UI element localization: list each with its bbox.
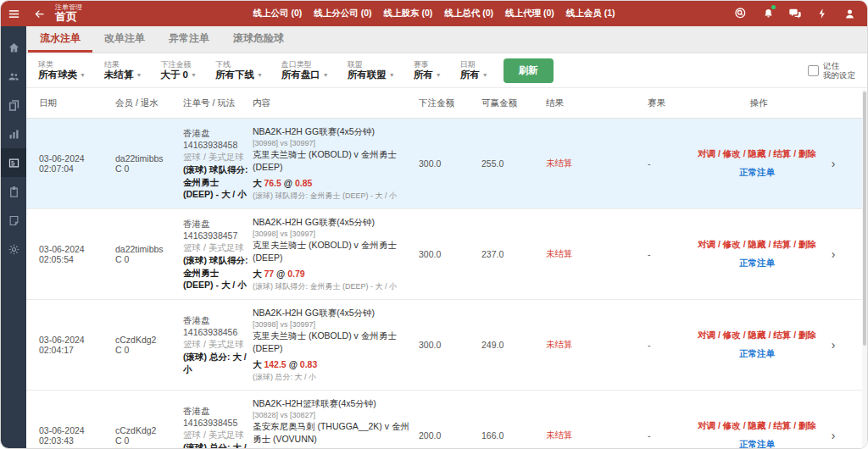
action-link[interactable]: 隐藏 bbox=[748, 330, 766, 340]
filter-dropdown[interactable]: 球类 所有球类▼ bbox=[38, 60, 86, 80]
row-expand-chevron[interactable]: › bbox=[826, 331, 844, 358]
filter-label: 赛事 bbox=[414, 60, 442, 69]
tab-label: 滚球危险球 bbox=[233, 31, 284, 46]
cell-actions: 对调 / 修改 / 隐藏 / 结算 / 删除 正常注单 bbox=[692, 141, 826, 186]
sidebar-nav bbox=[1, 26, 26, 448]
tab-label: 异常注单 bbox=[169, 31, 209, 46]
column-header: 可赢金额 bbox=[481, 97, 546, 109]
table-row[interactable]: 03-06-202402:07:04 da22timibbsC 0 香港盘 14… bbox=[26, 119, 862, 209]
column-header: 操作 bbox=[692, 97, 826, 109]
chevron-down-icon: ▼ bbox=[191, 72, 197, 78]
action-link[interactable]: 修改 bbox=[723, 148, 741, 158]
scrollbar-thumb[interactable] bbox=[863, 91, 866, 346]
cell-content: NBA2K-H2H篮球联赛(4x5分钟) [30828] vs [30827] … bbox=[253, 391, 419, 448]
entity-nav-link[interactable]: 线上总代 (0) bbox=[444, 8, 493, 19]
users-icon[interactable] bbox=[1, 62, 26, 91]
action-separator: / bbox=[741, 148, 748, 158]
cell-date: 03-06-202402:07:04 bbox=[39, 147, 115, 180]
normal-bet-link[interactable]: 正常注单 bbox=[692, 167, 822, 179]
action-link[interactable]: 隐藏 bbox=[748, 239, 766, 249]
back-icon[interactable] bbox=[26, 1, 52, 26]
row-expand-chevron[interactable]: › bbox=[826, 241, 844, 268]
search-icon[interactable] bbox=[730, 1, 752, 26]
filter-label: 下注金额 bbox=[160, 60, 197, 69]
action-link[interactable]: 修改 bbox=[723, 420, 741, 430]
orders-icon[interactable] bbox=[1, 148, 26, 177]
column-header: 日期 bbox=[39, 97, 115, 109]
account-icon[interactable] bbox=[838, 1, 860, 26]
row-expand-chevron[interactable]: › bbox=[826, 150, 844, 177]
filter-dropdown[interactable]: 联盟 所有联盟▼ bbox=[348, 60, 395, 80]
action-separator: / bbox=[791, 148, 798, 158]
cell-score: - bbox=[648, 152, 692, 175]
tab-item[interactable]: 改单注单 bbox=[92, 26, 157, 53]
table-row[interactable]: 03-06-202402:04:17 cCzdKdg2C 0 香港盘 14163… bbox=[26, 300, 862, 391]
cell-date: 03-06-202402:04:17 bbox=[39, 328, 115, 362]
normal-bet-link[interactable]: 正常注单 bbox=[692, 439, 822, 448]
action-link[interactable]: 删除 bbox=[798, 148, 816, 158]
action-link[interactable]: 修改 bbox=[723, 330, 741, 340]
normal-bet-link[interactable]: 正常注单 bbox=[692, 258, 822, 269]
cell-bet-amount: 300.0 bbox=[419, 333, 481, 357]
filter-value: 所有 bbox=[460, 69, 480, 80]
action-link[interactable]: 结算 bbox=[773, 239, 791, 249]
action-link[interactable]: 对调 bbox=[698, 148, 715, 158]
flash-icon[interactable] bbox=[811, 1, 833, 26]
action-link[interactable]: 隐藏 bbox=[748, 420, 766, 430]
action-link[interactable]: 对调 bbox=[698, 239, 715, 249]
menu-icon[interactable] bbox=[1, 1, 26, 26]
notifications-icon[interactable] bbox=[757, 1, 779, 26]
action-link[interactable]: 删除 bbox=[798, 239, 816, 249]
stats-icon[interactable] bbox=[1, 119, 26, 148]
action-separator: / bbox=[766, 330, 774, 340]
filter-dropdown[interactable]: 盘口类型 所有盘口▼ bbox=[281, 60, 329, 80]
filter-dropdown[interactable]: 赛事 所有▼ bbox=[414, 60, 442, 80]
action-separator: / bbox=[715, 148, 723, 158]
app-window: 线上公司 (0)线上分公司 (0)线上股东 (0)线上总代 (0)线上代理 (0… bbox=[0, 0, 868, 449]
action-link[interactable]: 修改 bbox=[723, 239, 741, 249]
action-link[interactable]: 删除 bbox=[798, 420, 816, 430]
action-link[interactable]: 删除 bbox=[798, 330, 816, 340]
filter-dropdown[interactable]: 下线 所有下线▼ bbox=[215, 60, 263, 80]
action-link[interactable]: 结算 bbox=[773, 330, 791, 340]
entity-nav-link[interactable]: 线上代理 (0) bbox=[505, 8, 554, 19]
action-link[interactable]: 结算 bbox=[773, 420, 791, 430]
cell-result: 未结算 bbox=[546, 241, 648, 267]
cell-bet-amount: 200.0 bbox=[419, 424, 481, 447]
row-expand-chevron[interactable]: › bbox=[826, 422, 844, 448]
tab-item[interactable]: 流水注单 bbox=[28, 26, 92, 53]
normal-bet-link[interactable]: 正常注单 bbox=[692, 348, 822, 360]
bet-line: 大 77 @ 0.79 bbox=[253, 268, 415, 280]
filter-dropdown[interactable]: 结果 未结算▼ bbox=[104, 60, 142, 80]
remember-checkbox[interactable] bbox=[808, 65, 819, 76]
pages-icon[interactable] bbox=[1, 91, 26, 119]
action-link[interactable]: 隐藏 bbox=[748, 148, 766, 158]
cell-possible-win: 166.0 bbox=[481, 424, 546, 447]
filter-value: 未结算 bbox=[104, 69, 134, 80]
table-row[interactable]: 03-06-202402:05:54 da22timibbsC 0 香港盘 14… bbox=[26, 209, 862, 300]
cell-result: 未结算 bbox=[546, 151, 648, 176]
table-row[interactable]: 03-06-202402:03:43 cCzdKdg2C 0 香港盘 14163… bbox=[26, 391, 862, 448]
filter-dropdown[interactable]: 下注金额 大于 0▼ bbox=[160, 60, 197, 80]
breadcrumb: 注单管理 bbox=[55, 4, 82, 11]
entity-nav-link[interactable]: 线上分公司 (0) bbox=[314, 8, 371, 19]
home-icon[interactable] bbox=[1, 33, 26, 62]
tab-item[interactable]: 滚球危险球 bbox=[221, 26, 296, 53]
settings-icon[interactable] bbox=[1, 235, 26, 263]
action-link[interactable]: 对调 bbox=[698, 330, 715, 340]
tab-item[interactable]: 异常注单 bbox=[157, 26, 221, 53]
table-body: 03-06-202402:07:04 da22timibbsC 0 香港盘 14… bbox=[26, 119, 862, 448]
entity-nav-link[interactable]: 线上会员 (1) bbox=[566, 8, 615, 19]
entity-nav-link[interactable]: 线上公司 (0) bbox=[253, 8, 303, 19]
remember-settings[interactable]: 记住我的设定 bbox=[808, 61, 855, 80]
filter-dropdown[interactable]: 日期 所有▼ bbox=[460, 60, 488, 80]
entity-nav-link[interactable]: 线上股东 (0) bbox=[384, 8, 433, 19]
vertical-scrollbar[interactable] bbox=[862, 90, 867, 448]
action-link[interactable]: 结算 bbox=[773, 148, 791, 158]
action-link[interactable]: 对调 bbox=[698, 420, 715, 430]
report-icon[interactable] bbox=[1, 206, 26, 235]
chat-icon[interactable] bbox=[784, 1, 806, 26]
refresh-button[interactable]: 刷新 bbox=[504, 58, 554, 83]
clipboard-icon[interactable] bbox=[1, 177, 26, 206]
column-header: 赛果 bbox=[648, 97, 692, 109]
